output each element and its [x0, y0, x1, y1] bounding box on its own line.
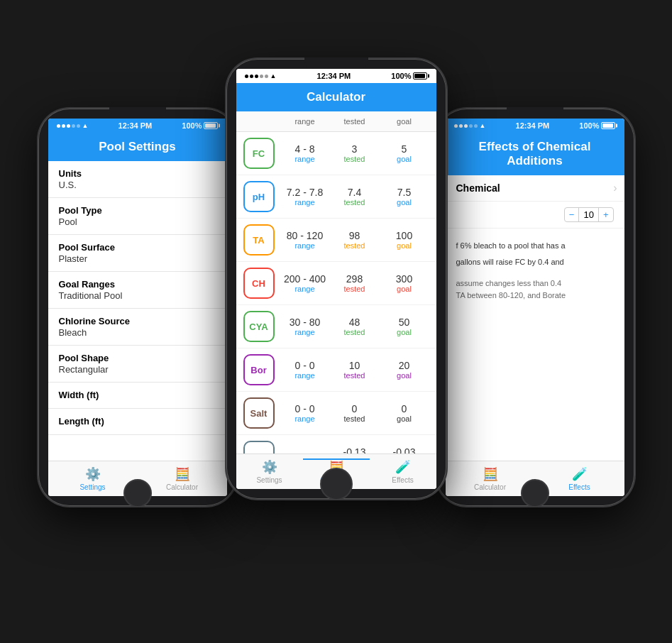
- nav-header-left: Pool Settings: [48, 133, 227, 161]
- col-range-TA: 80 - 120 range: [280, 230, 330, 250]
- settings-row[interactable]: Chlorine Source Bleach: [48, 309, 227, 346]
- signal-center: [245, 75, 268, 78]
- calc-cols-Salt: 0 - 0 range 0 tested 0 goal: [280, 403, 429, 423]
- tested-val-FC: 3: [352, 143, 358, 155]
- goal-val-Bor: 20: [399, 360, 410, 371]
- goal-val-Salt: 0: [402, 403, 407, 414]
- settings-icon: ⚙️: [85, 466, 101, 482]
- status-bar-left: ▲ 12:34 PM 100%: [48, 119, 227, 133]
- col-tested-TA: 98 tested: [330, 230, 380, 250]
- wifi-icon-left: ▲: [82, 122, 89, 129]
- settings-row[interactable]: Goal Ranges Traditional Pool: [48, 272, 227, 309]
- battery-pct-center: 100%: [391, 72, 411, 80]
- title-left: Pool Settings: [99, 140, 176, 153]
- battery-pct-right: 100%: [579, 121, 599, 130]
- status-left-center: ▲: [245, 72, 277, 79]
- calc-row-Salt[interactable]: Salt 0 - 0 range 0 tested 0 goal: [236, 392, 436, 435]
- battery-icon-right: [601, 122, 615, 129]
- range-label-Salt: range: [294, 414, 314, 423]
- signal-right: [454, 124, 478, 128]
- calc-cols-TA: 80 - 120 range 98 tested 100 goal: [280, 230, 429, 250]
- col-tested-pH: 7.4 tested: [330, 187, 380, 207]
- settings-row[interactable]: Length (ft): [48, 409, 227, 435]
- battery-icon-left: [204, 122, 218, 129]
- range-label-CYA: range: [294, 328, 314, 336]
- chevron-right-icon: ›: [613, 182, 617, 194]
- calc-row-TA[interactable]: TA 80 - 120 range 98 tested 100 goal: [236, 219, 436, 262]
- setting-label: Width (ft): [59, 390, 216, 400]
- calc-row-CYA[interactable]: CYA 30 - 80 range 48 tested 50 goal: [236, 305, 436, 348]
- notch-center: [304, 57, 368, 69]
- dot4: [72, 124, 75, 128]
- notch-left: [109, 107, 166, 117]
- settings-row[interactable]: Pool Surface Plaster: [48, 235, 227, 272]
- stepper-value: 10: [578, 208, 598, 221]
- nav-header-right: Effects of Chemical Additions: [446, 133, 624, 175]
- home-button-left[interactable]: [123, 479, 152, 507]
- tested-label-CYA: tested: [344, 328, 365, 336]
- tested-label-FC: tested: [344, 155, 365, 163]
- settings-row[interactable]: Pool Type Pool: [48, 198, 227, 235]
- quantity-stepper[interactable]: − 10 +: [564, 207, 614, 222]
- calculator-icon: 🧮: [175, 466, 190, 482]
- status-right-right: 100%: [579, 121, 615, 130]
- tab-center-effects[interactable]: 🧪 Effects: [370, 459, 436, 484]
- range-label-FC: range: [294, 155, 314, 163]
- range-val-CYA: 30 - 80: [290, 317, 321, 328]
- tab-right-effects[interactable]: 🧪 Effects: [535, 466, 624, 491]
- notch-right: [507, 107, 563, 117]
- status-bar-center: ▲ 12:34 PM 100%: [236, 69, 436, 83]
- setting-label: Pool Type: [59, 205, 216, 216]
- calc-row-CH[interactable]: CH 200 - 400 range 298 tested 300 goal: [236, 262, 436, 305]
- stepper-decrement[interactable]: −: [565, 208, 579, 221]
- range-val-pH: 7.2 - 7.8: [287, 187, 323, 198]
- effects-description: f 6% bleach to a pool that has a gallons…: [446, 234, 624, 307]
- goal-label-CH: goal: [397, 285, 412, 293]
- calc-column-headers: range tested goal: [236, 111, 436, 132]
- tab-label-center: Settings: [256, 476, 282, 484]
- calc-cols-FC: 4 - 8 range 3 tested 5 goal: [280, 143, 429, 163]
- range-val-Bor: 0 - 0: [294, 360, 314, 371]
- title-right: Effects of Chemical Additions: [479, 140, 591, 167]
- range-label-pH: range: [294, 198, 314, 207]
- spacer: [243, 114, 275, 128]
- chemical-label: Chemical: [456, 182, 500, 194]
- range-label-CH: range: [294, 285, 314, 293]
- range-val-TA: 80 - 120: [287, 230, 323, 241]
- tested-val-pH: 7.4: [348, 187, 361, 198]
- settings-row[interactable]: Units U.S.: [48, 161, 227, 198]
- tab-center-settings[interactable]: ⚙️ Settings: [236, 459, 303, 484]
- settings-row[interactable]: Pool Shape Rectangular: [48, 346, 227, 383]
- status-bar-right: ▲ 12:34 PM 100%: [446, 119, 624, 133]
- stepper-increment[interactable]: +: [599, 208, 613, 221]
- chemical-row[interactable]: Chemical ›: [446, 175, 624, 202]
- tested-val-TA: 98: [349, 230, 360, 241]
- tab-calculator[interactable]: 🧮 Calculator: [138, 466, 227, 491]
- battery-pct-left: 100%: [182, 121, 202, 130]
- status-left-right: ▲: [454, 122, 486, 129]
- calc-cols-CYA: 30 - 80 range 48 tested 50 goal: [280, 317, 429, 336]
- goal-label-Salt: goal: [397, 414, 412, 423]
- header-tested: tested: [330, 114, 380, 128]
- calc-row-Bor[interactable]: Bor 0 - 0 range 10 tested 20 goal: [236, 348, 436, 392]
- col-tested-FC: 3 tested: [330, 143, 380, 163]
- col-goal-Salt: 0 goal: [380, 403, 429, 423]
- tested-val-CYA: 48: [349, 317, 360, 328]
- screen-right: ▲ 12:34 PM 100% Effects of Chemical Addi…: [446, 119, 624, 496]
- goal-label-CYA: goal: [397, 328, 412, 336]
- col-range-FC: 4 - 8 range: [280, 143, 330, 163]
- settings-content: Units U.S.Pool Type PoolPool Surface Pla…: [48, 161, 227, 435]
- status-left-left: ▲: [57, 122, 89, 129]
- badge-pH: pH: [243, 181, 275, 212]
- range-val-CH: 200 - 400: [284, 273, 326, 285]
- settings-row[interactable]: Width (ft): [48, 383, 227, 409]
- home-button-right[interactable]: [521, 479, 549, 507]
- goal-label-FC: goal: [397, 155, 412, 163]
- tested-label-Bor: tested: [344, 371, 365, 380]
- calc-row-pH[interactable]: pH 7.2 - 7.8 range 7.4 tested 7.5 goal: [236, 175, 436, 219]
- setting-label: Pool Shape: [59, 353, 216, 363]
- col-goal-FC: 5 goal: [380, 143, 429, 163]
- calc-row-FC[interactable]: FC 4 - 8 range 3 tested 5 goal: [236, 132, 436, 175]
- home-button-center[interactable]: [320, 468, 353, 500]
- goal-val-CH: 300: [396, 273, 412, 285]
